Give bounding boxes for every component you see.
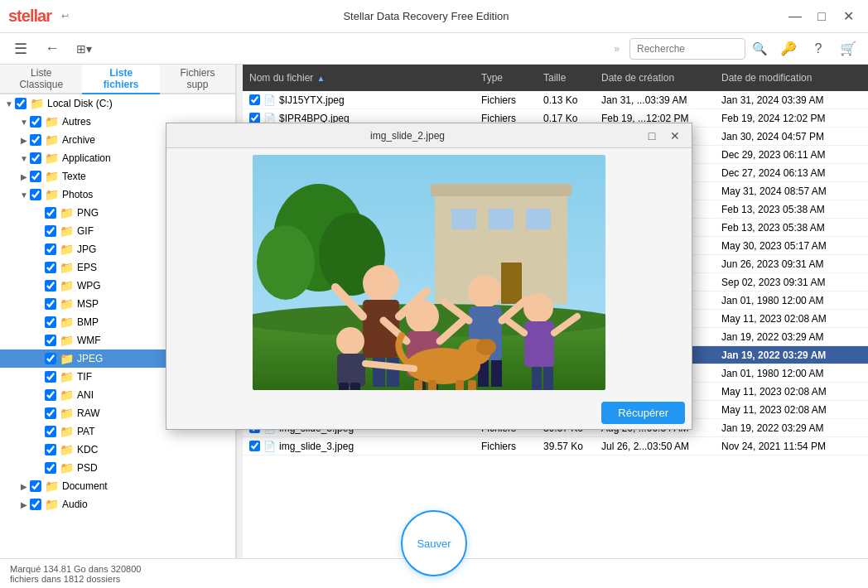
tree-checkbox-pat[interactable] <box>45 426 56 437</box>
svg-rect-41 <box>456 380 464 390</box>
save-button[interactable]: Sauver <box>401 510 467 576</box>
folder-icon-kdc: 📁 <box>60 443 74 456</box>
file-modified-cell: Feb 13, 2023 05:38 AM <box>715 204 868 215</box>
tree-checkbox-texte[interactable] <box>30 171 41 182</box>
tab-classic[interactable]: Liste Classique <box>0 65 82 94</box>
file-modified-cell: May 30, 2023 05:17 AM <box>715 240 868 252</box>
tree-checkbox-tif[interactable] <box>45 371 56 383</box>
file-created-cell: Jan 31, ...03:39 AM <box>595 94 715 106</box>
svg-point-18 <box>406 300 439 333</box>
tree-label-photos: Photos <box>62 189 93 200</box>
tree-item-kdc[interactable]: 📁KDC <box>0 441 235 459</box>
tree-checkbox-msp[interactable] <box>45 298 56 310</box>
back-button[interactable]: ← <box>40 36 65 61</box>
cart-button[interactable]: 🛒 <box>837 37 860 60</box>
folder-icon-local-disk: 📁 <box>30 97 44 110</box>
recuperer-button[interactable]: Récupérer <box>601 402 685 424</box>
svg-rect-46 <box>350 383 360 390</box>
tree-arrow-texte <box>18 172 30 181</box>
col-header-created[interactable]: Date de création <box>595 72 715 84</box>
menu-button[interactable]: ☰ <box>8 36 33 61</box>
svg-rect-2 <box>431 184 571 196</box>
svg-rect-3 <box>451 209 476 229</box>
window-controls: — □ ✕ <box>784 5 860 28</box>
statusbar: Marqué 134.81 Go dans 320800 fichiers da… <box>0 558 868 588</box>
tree-arrow-document <box>18 482 30 491</box>
modal-close-button[interactable]: ✕ <box>665 126 685 146</box>
tree-checkbox-wmf[interactable] <box>45 335 56 346</box>
tree-arrow-application <box>18 154 30 163</box>
tree-checkbox-png[interactable] <box>45 207 56 219</box>
modal-controls: □ ✕ <box>642 126 685 146</box>
tree-label-kdc: KDC <box>77 444 98 455</box>
minimize-button[interactable]: — <box>784 5 807 28</box>
tree-checkbox-kdc[interactable] <box>45 444 56 455</box>
tree-checkbox-bmp[interactable] <box>45 316 56 328</box>
tree-checkbox-psd[interactable] <box>45 462 56 474</box>
tree-label-psd: PSD <box>77 462 98 474</box>
table-row[interactable]: 📄 img_slide_3.jpeg Fichiers 39.57 Ko Jul… <box>243 437 868 455</box>
tree-checkbox-wpg[interactable] <box>45 280 56 292</box>
tree-checkbox-photos[interactable] <box>30 189 41 200</box>
file-size-cell: 0.13 Ko <box>537 94 595 106</box>
help-button[interactable]: ? <box>807 37 830 60</box>
col-header-type[interactable]: Type <box>475 72 537 84</box>
col-header-name[interactable]: Nom du fichier ▲ <box>243 72 475 84</box>
table-row[interactable]: 📄 $IJ15YTX.jpeg Fichiers 0.13 Ko Jan 31,… <box>243 91 868 109</box>
tree-label-wpg: WPG <box>77 280 101 292</box>
svg-rect-27 <box>491 360 502 387</box>
tree-checkbox-jpeg[interactable] <box>45 353 56 364</box>
file-modified-cell: Sep 02, 2023 09:31 AM <box>715 277 868 288</box>
tree-label-jpeg: JPEG <box>77 353 103 364</box>
app-logo: stellar <box>8 7 51 26</box>
tree-checkbox-audio[interactable] <box>30 499 41 510</box>
preview-image <box>253 155 605 390</box>
tree-checkbox-autres[interactable] <box>30 116 41 128</box>
tree-item-local-disk[interactable]: 📁Local Disk (C:) <box>0 94 235 113</box>
svg-point-30 <box>523 293 553 323</box>
svg-rect-32 <box>532 367 542 390</box>
file-checkbox[interactable] <box>249 441 260 451</box>
tree-checkbox-document[interactable] <box>30 480 41 492</box>
tree-checkbox-archive[interactable] <box>30 134 41 146</box>
file-modified-cell: May 31, 2024 08:57 AM <box>715 186 868 197</box>
tree-arrow-archive <box>18 136 30 145</box>
search-input[interactable] <box>629 38 745 60</box>
titlebar: stellar ↩ Stellar Data Recovery Free Edi… <box>0 0 868 33</box>
tree-label-audio: Audio <box>62 499 88 510</box>
window-title: Stellar Data Recovery Free Edition <box>69 10 784 22</box>
folder-icon-archive: 📁 <box>45 133 59 147</box>
search-area: 🔍 <box>629 38 770 60</box>
key-icon-button[interactable]: 🔑 <box>777 37 800 60</box>
col-header-size[interactable]: Taille <box>537 72 595 84</box>
tree-checkbox-local-disk[interactable] <box>15 98 27 109</box>
search-button[interactable]: 🔍 <box>749 38 770 60</box>
svg-point-38 <box>476 339 496 355</box>
tree-item-document[interactable]: 📁Document <box>0 477 235 495</box>
tree-label-autres: Autres <box>62 116 91 128</box>
col-header-modified[interactable]: Date de modification <box>715 72 868 84</box>
tree-item-psd[interactable]: 📁PSD <box>0 459 235 477</box>
tab-files[interactable]: Liste fichiers <box>82 65 159 94</box>
column-headers: Nom du fichier ▲ Type Taille Date de cré… <box>243 65 868 91</box>
file-checkbox[interactable] <box>249 94 260 105</box>
modal-footer: Récupérer <box>166 397 692 429</box>
toolbar: ☰ ← ⊞▾ » 🔍 🔑 ? 🛒 <box>0 33 868 65</box>
file-name-cell: 📄 img_slide_3.jpeg <box>243 441 475 452</box>
maximize-button[interactable]: □ <box>810 5 833 28</box>
tree-checkbox-gif[interactable] <box>45 225 56 237</box>
tree-checkbox-raw[interactable] <box>45 407 56 419</box>
tree-item-audio[interactable]: 📁Audio <box>0 495 235 513</box>
tree-checkbox-eps[interactable] <box>45 262 56 273</box>
close-button[interactable]: ✕ <box>837 5 860 28</box>
tree-checkbox-application[interactable] <box>30 152 41 164</box>
tree-arrow-local-disk <box>3 99 15 108</box>
tree-checkbox-ani[interactable] <box>45 389 56 401</box>
tree-checkbox-jpg[interactable] <box>45 243 56 255</box>
grid-button[interactable]: ⊞▾ <box>71 36 96 61</box>
svg-point-24 <box>468 275 501 308</box>
folder-icon-wpg: 📁 <box>60 279 74 292</box>
folder-icon-jpg: 📁 <box>60 243 74 256</box>
modal-maximize-button[interactable]: □ <box>642 126 662 146</box>
tab-extra[interactable]: Fichiers supp <box>160 65 235 94</box>
